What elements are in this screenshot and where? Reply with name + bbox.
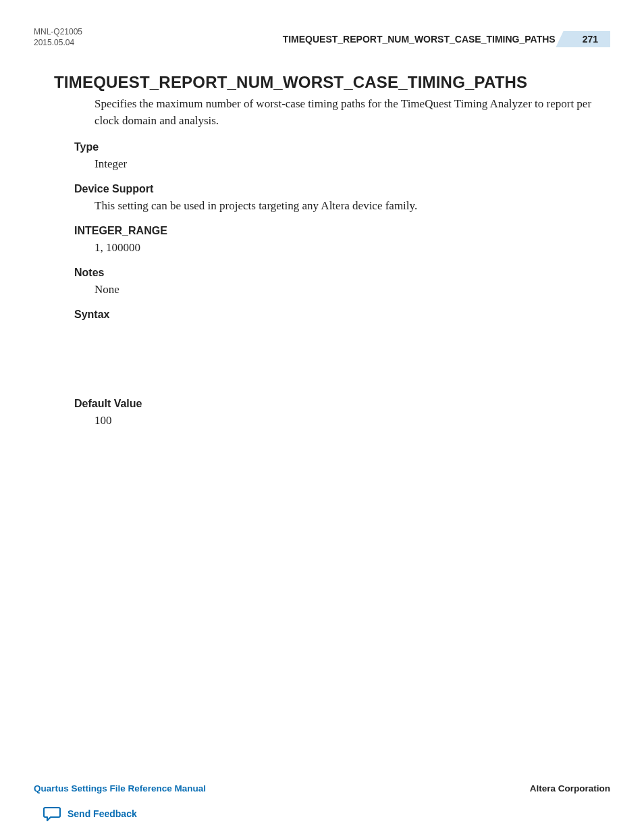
section-body-notes: None — [95, 283, 610, 296]
speech-bubble-icon — [43, 806, 61, 822]
page-title: TIMEQUEST_REPORT_NUM_WORST_CASE_TIMING_P… — [54, 73, 610, 92]
page-number: 271 — [583, 34, 598, 45]
section-body-type: Integer — [95, 157, 610, 171]
syntax-blank-area — [34, 325, 610, 386]
section-heading-notes: Notes — [74, 267, 610, 279]
section-body-device-support: This setting can be used in projects tar… — [95, 199, 610, 213]
description: Specifies the maximum number of worst-ca… — [95, 96, 608, 129]
section-heading-default-value: Default Value — [74, 398, 610, 410]
section-body-integer-range: 1, 100000 — [95, 241, 610, 255]
manual-title-link[interactable]: Quartus Settings File Reference Manual — [34, 783, 206, 793]
section-heading-syntax: Syntax — [74, 309, 610, 321]
page-number-tab: 271 — [568, 31, 610, 47]
send-feedback-label: Send Feedback — [68, 808, 137, 819]
section-heading-type: Type — [74, 141, 610, 153]
running-head: TIMEQUEST_REPORT_NUM_WORST_CASE_TIMING_P… — [283, 34, 556, 45]
section-heading-integer-range: INTEGER_RANGE — [74, 225, 610, 237]
section-heading-device-support: Device Support — [74, 183, 610, 195]
corporation-name: Altera Corporation — [530, 783, 610, 793]
send-feedback-link[interactable]: Send Feedback — [43, 806, 137, 822]
section-body-default-value: 100 — [95, 414, 610, 427]
header-right: TIMEQUEST_REPORT_NUM_WORST_CASE_TIMING_P… — [283, 31, 610, 47]
page-header: MNL-Q21005 2015.05.04 TIMEQUEST_REPORT_N… — [34, 27, 610, 54]
page-footer: Quartus Settings File Reference Manual A… — [34, 783, 610, 793]
